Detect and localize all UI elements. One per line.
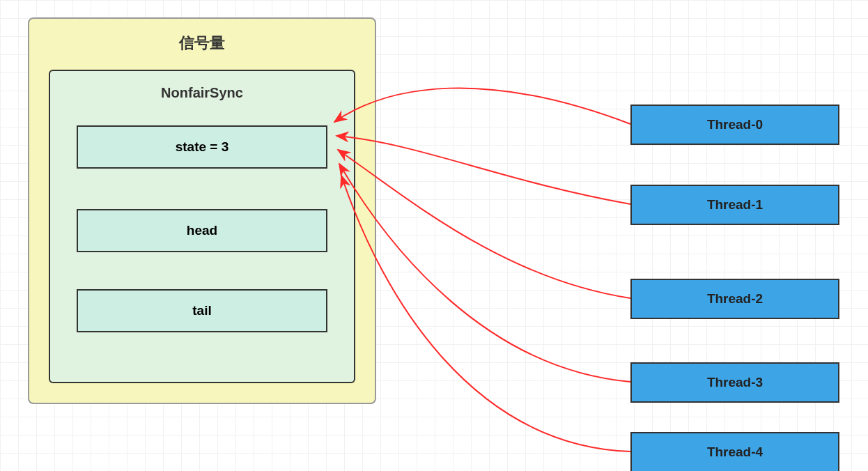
semaphore-title: 信号量 xyxy=(29,19,375,54)
thread-label: Thread-4 xyxy=(707,445,763,460)
thread-box-3: Thread-3 xyxy=(630,362,839,403)
tail-label: tail xyxy=(192,303,211,318)
state-field: state = 3 xyxy=(77,125,327,169)
thread-box-0: Thread-0 xyxy=(630,105,839,145)
thread-box-1: Thread-1 xyxy=(630,185,839,225)
head-label: head xyxy=(187,223,217,238)
thread-label: Thread-2 xyxy=(707,291,763,307)
thread-label: Thread-0 xyxy=(707,117,763,132)
tail-field: tail xyxy=(77,289,327,332)
state-label: state = 3 xyxy=(176,139,229,155)
nonfairsync-title: NonfairSync xyxy=(50,71,354,101)
thread-box-2: Thread-2 xyxy=(630,279,839,319)
thread-box-4: Thread-4 xyxy=(630,432,839,471)
head-field: head xyxy=(77,209,327,252)
thread-label: Thread-1 xyxy=(707,197,763,213)
thread-label: Thread-3 xyxy=(707,375,763,390)
